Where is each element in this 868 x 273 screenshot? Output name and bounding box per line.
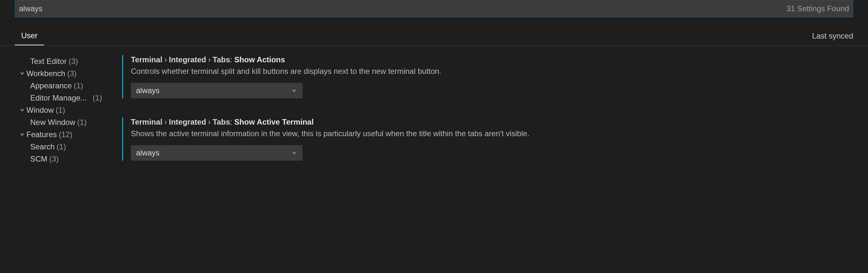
toc-count: (3) [67,69,76,78]
breadcrumb-separator-icon: › [162,55,169,64]
toc-label: Features [26,130,57,139]
toc-label: Search [30,142,55,151]
toc-item-window[interactable]: Window (1) [19,104,122,116]
setting-item: Terminal›Integrated›Tabs: Show Active Te… [122,117,855,161]
toc-item-editor-management[interactable]: Editor Manage... (1) [19,92,122,104]
settings-list: Terminal›Integrated›Tabs: Show Actions C… [122,55,868,180]
toc-count: (1) [57,142,66,151]
select-value: always [136,86,159,95]
toc-item-features[interactable]: Features (12) [19,129,122,141]
chevron-down-icon [291,150,298,156]
settings-search-count: 31 Settings Found [781,4,849,13]
settings-sync-status[interactable]: Last synced [812,32,853,40]
toc-count: (1) [56,106,65,115]
toc-label: Window [26,106,54,115]
setting-select[interactable]: always [131,145,303,161]
chevron-down-icon [291,88,298,94]
breadcrumb-separator-icon: › [206,55,213,64]
toc-label: SCM [30,155,47,164]
toc-label: Workbench [26,69,65,78]
toc-label: Editor Manage... [30,94,87,102]
breadcrumb-separator-icon: › [162,117,169,126]
setting-title: Terminal›Integrated›Tabs: Show Active Te… [131,117,855,127]
toc-count: (1) [73,81,83,90]
toc-item-appearance[interactable]: Appearance (1) [19,80,122,92]
toc-count: (1) [93,94,102,102]
settings-search-input[interactable] [19,4,781,13]
settings-search-box[interactable]: 31 Settings Found [15,0,853,18]
settings-toc: Text Editor (3) Workbench (3) Appearance… [0,55,122,180]
toc-count: (12) [59,130,73,139]
toc-label: New Window [30,118,75,127]
setting-title: Terminal›Integrated›Tabs: Show Actions [131,55,855,64]
toc-count: (1) [77,118,87,127]
toc-count: (3) [68,57,78,66]
toc-item-text-editor[interactable]: Text Editor (3) [19,55,122,67]
toc-item-workbench[interactable]: Workbench (3) [19,67,122,80]
chevron-down-icon [19,132,25,137]
setting-description: Controls whether terminal split and kill… [131,67,855,76]
toc-label: Appearance [30,81,72,90]
toc-item-new-window[interactable]: New Window (1) [19,116,122,129]
toc-label: Text Editor [30,57,66,66]
select-value: always [136,148,159,158]
setting-select[interactable]: always [131,83,303,98]
toc-item-search[interactable]: Search (1) [19,141,122,153]
setting-description: Shows the active terminal information in… [131,129,855,138]
chevron-down-icon [19,71,25,76]
chevron-down-icon [19,107,25,113]
setting-item: Terminal›Integrated›Tabs: Show Actions C… [122,55,855,98]
tab-user[interactable]: User [15,31,44,45]
breadcrumb-separator-icon: › [206,117,213,126]
toc-count: (3) [49,155,59,164]
toc-item-scm[interactable]: SCM (3) [19,153,122,165]
